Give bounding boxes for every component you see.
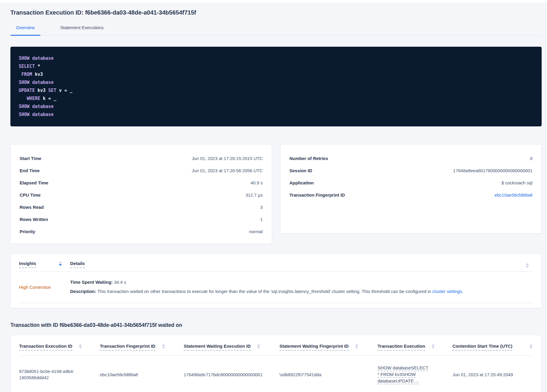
time-spent-waiting-label: Time Spent Waiting: [70,280,113,285]
column-label[interactable]: Transaction Fingerprint ID [100,344,155,351]
sql-text [29,56,32,61]
summary-row: CPU Time312.7 µs [20,189,263,201]
sql-code-line: WHERE k = _ [19,95,533,103]
summary-cards: Start TimeJun 01, 2023 at 17:20:15:2015 … [10,144,542,244]
column-label[interactable]: Contention Start Time (UTC) [452,344,512,351]
sort-icon[interactable] [526,263,529,268]
sort-icon[interactable] [162,344,165,349]
column-label[interactable]: Statement Waiting Execution ID [184,344,251,351]
summary-row: Transaction Fingerprint IDebc10ae56cfd88… [290,189,533,201]
tab-statement-executions[interactable]: Statement Executions [55,25,109,35]
column-label[interactable]: Transaction Execution [378,344,425,351]
sql-code-block: SHOW databaseSELECT * FROM kv3SHOW datab… [10,47,542,126]
summary-row: Rows Written1 [20,213,263,225]
sql-text [29,112,32,117]
top-strip [0,0,547,2]
details-column-label[interactable]: Details [70,261,85,268]
txn-fingerprint-id-cell: ebc10ae56cfd88a8 [100,371,184,378]
insight-details: Time Spent Waiting: 34.4 s Description: … [70,280,526,294]
sql-keyword: database [32,80,54,85]
sort-icon[interactable] [79,344,82,349]
transaction-fingerprint-link[interactable]: ebc10ae56cfd88a8 [494,192,532,197]
summary-label: Number of Retries [290,156,328,161]
sort-icon[interactable] [355,344,358,349]
sql-keyword: SET [48,88,56,93]
insights-table-header: Insights Details [19,254,533,272]
waited-table-header: Transaction Execution ID Transaction Fin… [19,335,533,356]
column-header-stmt-waiting-fingerprint-id[interactable]: Statement Waiting Fingerprint ID [279,344,378,351]
summary-row: End TimeJun 01, 2023 at 17:20:56:2056 UT… [20,164,263,177]
sql-keyword: SELECT [19,64,35,69]
sort-icon[interactable] [432,344,435,349]
sql-keyword: WHERE [27,96,40,101]
column-header-contention-start[interactable]: Contention Start Time (UTC) [452,344,533,351]
summary-label: Start Time [20,156,41,161]
column-header-txn-exec-id[interactable]: Transaction Execution ID [19,344,100,351]
sql-code-line: SHOW database [19,103,533,111]
sql-text [19,96,27,101]
summary-value: 312.7 µs [246,192,263,197]
summary-row: Session ID17648a9eea60178000000000000000… [290,164,533,177]
sql-keyword: database [32,104,54,109]
column-label[interactable]: Statement Waiting Fingerprint ID [279,344,349,351]
sql-text [19,72,21,77]
session-summary-card: Number of Retries0Session ID17648a9eea60… [280,144,542,233]
summary-value: 17648a9eea6017800000000000000001 [453,168,532,173]
insight-description: Description: This transaction waited on … [70,288,526,294]
page-title: Transaction Execution ID: f6be6366-da03-… [10,9,542,16]
sql-text: kv3 [32,72,43,77]
summary-value: $ cockroach sql [502,180,532,185]
summary-row: Elapsed Time40.9 s [20,177,263,189]
column-header-stmt-waiting-exec-id[interactable]: Statement Waiting Execution ID [184,344,279,351]
sql-text [29,80,32,85]
summary-label: Elapsed Time [20,180,48,185]
sql-code-line: SHOW database [19,54,533,62]
sort-icon[interactable] [59,261,62,266]
sort-icon[interactable] [257,344,260,349]
column-header-txn-fingerprint-id[interactable]: Transaction Fingerprint ID [100,344,184,351]
sql-code-line: UPDATE kv3 SET v = _ [19,87,533,95]
transaction-details-page: Transaction Execution ID: f6be6366-da03-… [0,2,547,392]
sql-keyword: database [32,112,54,117]
summary-row: Rows Read3 [20,201,263,213]
insights-card: Insights Details High Contention Time Sp… [10,253,542,308]
sql-code-line: SELECT * [19,62,533,70]
stmt-waiting-fingerprint-id-cell: \xdb8922f077541dda [279,371,378,378]
description-period: . [462,289,463,294]
time-spent-waiting: Time Spent Waiting: 34.4 s [70,280,526,285]
insights-column-label[interactable]: Insights [19,261,36,268]
summary-label: CPU Time [20,192,41,197]
table-sort-control[interactable] [526,261,533,268]
sql-keyword: SHOW [19,112,29,117]
sort-icon[interactable] [529,344,532,349]
waited-on-heading: Transaction with ID f6be6366-da03-48de-a… [10,322,542,328]
summary-row: Application$ cockroach sql [290,177,533,189]
sql-keyword: UPDATE [19,88,35,93]
details-column-header[interactable]: Details [70,261,526,266]
description-label: Description: [70,289,96,294]
summary-label: End Time [20,168,40,173]
transaction-execution-link[interactable]: SHOW databaseSELECT * FROM kv3SHOW datab… [378,365,430,384]
summary-row: Prioritynormal [20,225,263,238]
summary-value: normal [249,229,263,234]
summary-row: Number of Retries0 [290,152,533,164]
sql-keyword: SHOW [19,104,29,109]
sql-text: v = _ [56,88,72,93]
txn-exec-id-cell: 9738d051-bc0e-4158-a9b4-1903586ddd42 [19,368,100,381]
sql-code-line: SHOW database [19,79,533,87]
summary-value: 0 [530,156,532,161]
summary-label: Rows Written [20,217,48,222]
column-label[interactable]: Transaction Execution ID [19,344,72,351]
sql-code-line: FROM kv3 [19,70,533,79]
summary-label: Transaction Fingerprint ID [290,192,345,197]
sql-text: kv3 [35,88,48,93]
cluster-settings-link[interactable]: cluster settings [432,289,462,294]
sql-keyword: SHOW [19,56,29,61]
tab-overview[interactable]: Overview [10,25,40,35]
column-header-txn-execution[interactable]: Transaction Execution [378,344,452,351]
sql-keyword: SHOW [19,80,29,85]
waited-table-row: 9738d051-bc0e-4158-a9b4-1903586ddd42 ebc… [19,356,533,392]
summary-row: Start TimeJun 01, 2023 at 17:20:15:2015 … [20,152,263,164]
insights-column-header[interactable]: Insights [19,261,70,268]
description-text: This transaction waited on other transac… [96,289,433,294]
